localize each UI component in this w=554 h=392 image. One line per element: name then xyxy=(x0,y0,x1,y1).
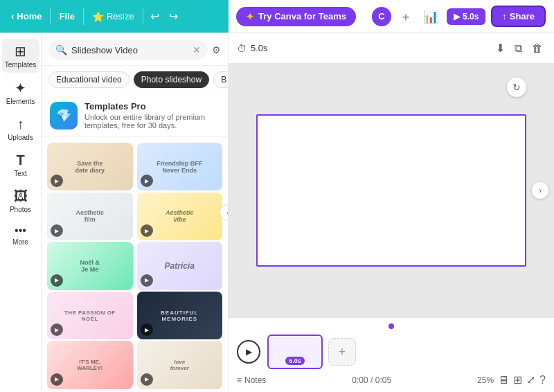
templates-panel: 🔍 ✕ ⚙ Educational video Photo slideshow … xyxy=(42,33,229,392)
star-icon: ⭐ xyxy=(92,11,104,22)
chevron-left-icon: ‹ xyxy=(11,11,14,21)
download-icon-button[interactable]: ⬇ xyxy=(493,39,508,57)
timeline: ▶ 5.0s + ≡ Notes 0:00 / 0:05 xyxy=(229,317,554,392)
canvas-frame[interactable] xyxy=(256,114,526,267)
template-play-icon: ▶ xyxy=(51,373,63,386)
notes-button[interactable]: ≡ Notes xyxy=(237,375,266,385)
templates-grid: Save thedate diary ▶ Friendship BFFNever… xyxy=(42,137,228,392)
template-item[interactable]: IT'S ME,WARLEY! ▶ xyxy=(47,341,133,389)
sidebar-item-more[interactable]: ••• More xyxy=(2,220,39,250)
play-triangle-icon: ▶ xyxy=(454,12,460,21)
search-input[interactable] xyxy=(71,45,188,55)
left-sidebar: ⊞ Templates ✦ Elements ↑ Uploads T Text … xyxy=(0,33,42,392)
chip-educational-label: Educational video xyxy=(56,75,122,84)
monitor-icon-button[interactable]: 🖥 xyxy=(498,374,509,386)
sidebar-item-elements[interactable]: ✦ Elements xyxy=(2,75,39,109)
search-icon: 🔍 xyxy=(55,44,67,55)
try-canva-label: Try Canva for Teams xyxy=(258,11,346,21)
template-play-icon: ▶ xyxy=(51,274,63,287)
expand-icon-button[interactable]: ⤢ xyxy=(526,373,535,386)
template-play-icon: ▶ xyxy=(141,323,153,336)
templates-pro-banner: 💎 Templates Pro Unlock our entire librar… xyxy=(42,94,228,137)
template-item[interactable]: Save thedate diary ▶ xyxy=(47,143,133,190)
timeline-controls: ▶ 5.0s + xyxy=(237,335,546,369)
timeline-right-icons: 25% 🖥 ⊞ ⤢ ? xyxy=(477,373,546,386)
pro-icon: 💎 xyxy=(50,102,78,130)
scroll-indicator xyxy=(388,323,394,329)
chip-photo-slideshow[interactable]: Photo slideshow xyxy=(134,71,209,88)
timeline-frame-1[interactable]: 5.0s xyxy=(267,335,323,369)
search-clear-button[interactable]: ✕ xyxy=(193,44,201,55)
frame-badge: 5.0s xyxy=(285,357,305,365)
template-item[interactable]: AestheticVibe ▶ xyxy=(137,193,223,240)
template-item[interactable]: loveforever ▶ xyxy=(137,341,223,389)
avatar-letter: C xyxy=(378,11,384,21)
search-bar: 🔍 ✕ ⚙ xyxy=(42,33,228,66)
sidebar-item-photos[interactable]: 🖼 Photos xyxy=(2,184,39,217)
chip-photo-slideshow-label: Photo slideshow xyxy=(141,75,202,84)
play-icon: ▶ xyxy=(246,347,252,357)
share-button[interactable]: ↑ Share xyxy=(491,6,546,27)
share-label: Share xyxy=(510,11,535,21)
sidebar-item-templates[interactable]: ⊞ Templates xyxy=(2,39,39,73)
top-navigation: ‹ Home File ⭐ Resize ↩ ↪ ✦ Try Canva for… xyxy=(0,0,554,33)
chip-educational[interactable]: Educational video xyxy=(48,71,129,88)
trash-icon-button[interactable]: 🗑 xyxy=(529,39,546,57)
refresh-button[interactable]: ↻ xyxy=(507,78,526,97)
try-canva-button[interactable]: ✦ Try Canva for Teams xyxy=(236,7,356,26)
template-play-icon: ▶ xyxy=(141,274,153,287)
text-icon: T xyxy=(16,152,24,168)
template-item[interactable]: Friendship BFFNever Ends ▶ xyxy=(137,143,223,190)
nav-divider-2 xyxy=(83,8,84,25)
elements-label: Elements xyxy=(6,98,35,105)
sidebar-item-text[interactable]: T Text xyxy=(2,148,39,181)
file-label: File xyxy=(59,11,74,21)
sidebar-item-uploads[interactable]: ↑ Uploads xyxy=(2,112,39,145)
chart-icon-button[interactable]: 📊 xyxy=(420,6,441,27)
templates-label: Templates xyxy=(5,61,37,69)
text-label: Text xyxy=(14,170,26,177)
template-item[interactable]: Noël &Je Me ▶ xyxy=(47,242,133,289)
clock-icon: ⏱ xyxy=(237,43,247,54)
search-input-wrap: 🔍 ✕ xyxy=(48,40,208,60)
template-play-icon: ▶ xyxy=(141,373,153,386)
timeline-footer: ≡ Notes 0:00 / 0:05 25% 🖥 ⊞ ⤢ ? xyxy=(237,373,546,386)
notes-icon: ≡ xyxy=(237,375,242,385)
canvas-scroll-right[interactable]: › xyxy=(532,182,548,199)
template-play-icon: ▶ xyxy=(51,224,63,237)
avatar-button[interactable]: C xyxy=(372,7,391,26)
main-layout: ⊞ Templates ✦ Elements ↑ Uploads T Text … xyxy=(0,33,554,392)
template-item[interactable]: Patricia ▶ xyxy=(137,242,223,289)
template-item[interactable]: Aestheticfilm ▶ xyxy=(47,193,133,240)
home-button[interactable]: ‹ Home xyxy=(6,8,47,24)
nav-right-section: C ＋ 📊 ▶ 5.0s ↑ Share xyxy=(364,6,554,28)
timeline-play-button[interactable]: ▶ xyxy=(237,340,260,364)
chip-more[interactable]: B… xyxy=(213,71,228,88)
help-icon-button[interactable]: ? xyxy=(539,374,546,386)
undo-icon: ↩ xyxy=(150,10,159,22)
canvas-toolbar: ⏱ 5.0s ⬇ ⧉ 🗑 xyxy=(229,33,554,64)
file-button[interactable]: File xyxy=(53,8,80,24)
resize-button[interactable]: ⭐ Resize xyxy=(87,8,140,25)
uploads-label: Uploads xyxy=(8,134,33,141)
pro-subtitle: Unlock our entire library of premium tem… xyxy=(84,113,220,130)
duplicate-icon-button[interactable]: ⧉ xyxy=(512,39,525,57)
template-item[interactable]: The Passion ofNoël ▶ xyxy=(47,292,133,339)
undo-button[interactable]: ↩ xyxy=(146,7,163,26)
more-icon: ••• xyxy=(15,224,26,237)
timeline-add-button[interactable]: + xyxy=(328,338,356,366)
nav-left-section: ‹ Home File ⭐ Resize ↩ ↪ xyxy=(0,0,229,33)
add-icon: + xyxy=(339,345,346,359)
nav-divider xyxy=(50,8,51,25)
photos-icon: 🖼 xyxy=(14,188,28,204)
template-item[interactable]: BEAUTIFULMEMORIES ▶ xyxy=(137,292,223,339)
plus-icon-button[interactable]: ＋ xyxy=(397,6,415,28)
chip-more-label: B… xyxy=(221,75,228,84)
redo-button[interactable]: ↪ xyxy=(165,7,182,26)
share-icon: ↑ xyxy=(502,11,507,21)
template-play-icon: ▶ xyxy=(141,224,153,237)
play-duration-button[interactable]: ▶ 5.0s xyxy=(447,8,485,25)
grid-icon-button[interactable]: ⊞ xyxy=(513,373,522,386)
filter-button[interactable]: ⚙ xyxy=(212,44,221,55)
photos-label: Photos xyxy=(10,206,31,213)
